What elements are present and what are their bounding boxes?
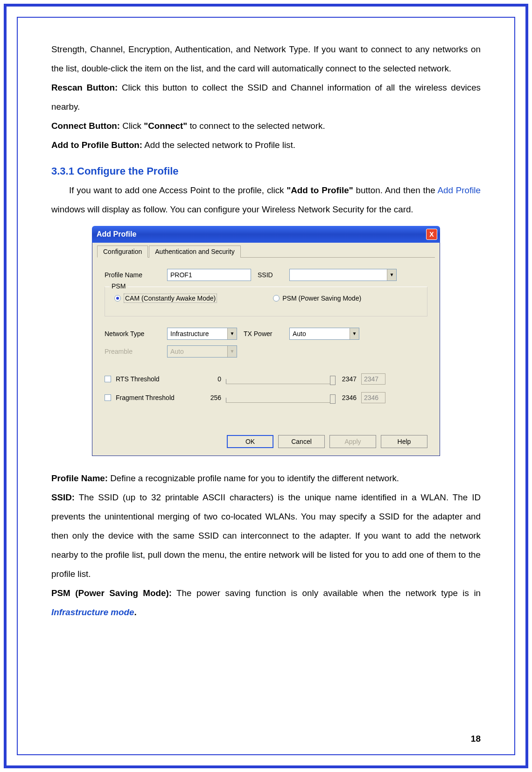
network-type-dropdown[interactable]: Infrastructure ▼: [167, 328, 237, 340]
preamble-label: Preamble: [105, 348, 161, 355]
page-content: Strength, Channel, Encryption, Authentic…: [51, 40, 481, 744]
help-button[interactable]: Help: [381, 435, 427, 448]
page-number: 18: [471, 734, 481, 744]
dialog-button-row: OK Cancel Apply Help: [97, 407, 435, 451]
psm-fieldset: PSM CAM (Constantly Awake Mode) PSM (Pow…: [105, 287, 427, 316]
fragment-checkbox[interactable]: [105, 394, 111, 401]
rts-label: RTS Threshold: [116, 375, 160, 383]
cancel-button[interactable]: Cancel: [278, 435, 325, 448]
psm-desc-label: PSM (Power Saving Mode):: [51, 588, 172, 598]
rts-slider[interactable]: [226, 374, 333, 384]
chevron-down-icon: ▼: [227, 346, 237, 357]
psm-cam-radio[interactable]: CAM (Constantly Awake Mode): [114, 294, 217, 303]
row-nettype-tx: Network Type Infrastructure ▼ TX Power A…: [97, 325, 435, 343]
psm-legend: PSM: [110, 282, 127, 290]
connect-paragraph: Connect Button: Click "Connect" to conne…: [51, 117, 481, 136]
profile-name-input[interactable]: [167, 269, 251, 281]
rts-min: 0: [203, 375, 221, 383]
close-button[interactable]: X: [426, 229, 437, 240]
fragment-max: 2346: [338, 394, 357, 401]
connect-pre: Click: [120, 121, 144, 131]
sec-tail: windows will display as follow. You can …: [51, 204, 413, 214]
ssid-dropdown[interactable]: ▼: [289, 269, 397, 281]
section-heading: 3.3.1 Configure the Profile: [51, 165, 481, 177]
psm-psm-label: PSM (Power Saving Mode): [282, 295, 361, 302]
fragment-slider[interactable]: [226, 393, 333, 403]
sec-post: button. And then the: [353, 185, 438, 195]
dialog-titlebar: Add Profile X: [92, 226, 440, 243]
tx-power-label: TX Power: [244, 330, 283, 337]
profile-name-label: Profile Name: [105, 271, 161, 279]
connect-bold: "Connect": [144, 121, 187, 131]
fragment-value-box: 2346: [361, 392, 385, 403]
row-rts: RTS Threshold 0 2347 2347: [97, 370, 435, 388]
sec-link: Add Profile: [437, 185, 481, 195]
tx-power-dropdown[interactable]: Auto ▼: [289, 328, 359, 340]
psm-cam-label: CAM (Constantly Awake Mode): [124, 294, 217, 303]
rts-value-box: 2347: [361, 373, 385, 385]
chevron-down-icon: ▼: [387, 269, 396, 281]
close-icon: X: [429, 231, 434, 238]
fragment-min: 256: [203, 394, 221, 401]
ssid-desc-text: The SSID (up to 32 printable ASCII chara…: [51, 492, 481, 579]
slider-thumb-icon: [330, 376, 336, 385]
section-paragraph: If you want to add one Access Point to t…: [51, 181, 481, 219]
slider-thumb-icon: [330, 394, 336, 404]
dialog-title: Add Profile: [97, 230, 136, 239]
psm-desc-post: .: [134, 607, 136, 617]
rescan-paragraph: Rescan Button: Click this button to coll…: [51, 78, 481, 117]
dialog-body-wrap: Configuration Authentication and Securit…: [92, 243, 440, 456]
row-preamble: Preamble Auto ▼: [97, 343, 435, 360]
preamble-dropdown: Auto ▼: [167, 345, 237, 358]
ssid-label: SSID: [258, 271, 283, 279]
dialog-screenshot: Add Profile X Configuration Authenticati…: [92, 226, 440, 456]
network-type-value: Infrastructure: [170, 330, 209, 337]
tab-auth-security[interactable]: Authentication and Security: [149, 246, 240, 258]
network-type-label: Network Type: [105, 330, 161, 337]
row-profile-ssid: Profile Name SSID ▼: [97, 266, 435, 284]
addprofile-label: Add to Profile Button:: [51, 140, 142, 150]
chevron-down-icon: ▼: [350, 328, 359, 339]
apply-button: Apply: [329, 435, 376, 448]
psm-desc-pre: The power saving function is only availa…: [172, 588, 481, 598]
chevron-down-icon: ▼: [227, 328, 237, 339]
rts-max: 2347: [338, 375, 357, 383]
ssid-desc-label: SSID:: [51, 492, 75, 502]
preamble-value: Auto: [170, 348, 184, 355]
pn-text: Define a recognizable profile name for y…: [108, 473, 399, 483]
dialog-body: Configuration Authentication and Securit…: [92, 243, 440, 456]
intro-paragraph: Strength, Channel, Encryption, Authentic…: [51, 40, 481, 78]
psm-desc: PSM (Power Saving Mode): The power savin…: [51, 584, 481, 622]
sec-bold: "Add to Profile": [287, 185, 353, 195]
radio-checked-icon: [114, 295, 121, 302]
tab-configuration[interactable]: Configuration: [97, 246, 148, 258]
radio-unchecked-icon: [273, 295, 280, 302]
profile-name-desc: Profile Name: Define a recognizable prof…: [51, 469, 481, 488]
ok-button[interactable]: OK: [227, 435, 273, 448]
connect-post: to connect to the selected network.: [187, 121, 325, 131]
connect-label: Connect Button:: [51, 121, 120, 131]
psm-desc-italic: Infrastructure mode: [51, 607, 134, 617]
tx-power-value: Auto: [293, 330, 306, 337]
rts-checkbox[interactable]: [105, 376, 111, 382]
fragment-label: Fragment Threshold: [116, 394, 175, 401]
ssid-desc: SSID: The SSID (up to 32 printable ASCII…: [51, 488, 481, 584]
addprofile-paragraph: Add to Profile Button: Add the selected …: [51, 136, 481, 155]
rescan-label: Rescan Button:: [51, 83, 118, 92]
addprofile-text: Add the selected network to Profile list…: [142, 140, 295, 150]
dialog-tabs: Configuration Authentication and Securit…: [97, 246, 435, 258]
row-fragment: Fragment Threshold 256 2346 2346: [97, 388, 435, 407]
psm-psm-radio[interactable]: PSM (Power Saving Mode): [273, 294, 361, 303]
psm-radio-row: CAM (Constantly Awake Mode) PSM (Power S…: [114, 294, 418, 303]
sec-pre: If you want to add one Access Point to t…: [69, 185, 287, 195]
pn-label: Profile Name:: [51, 473, 108, 483]
